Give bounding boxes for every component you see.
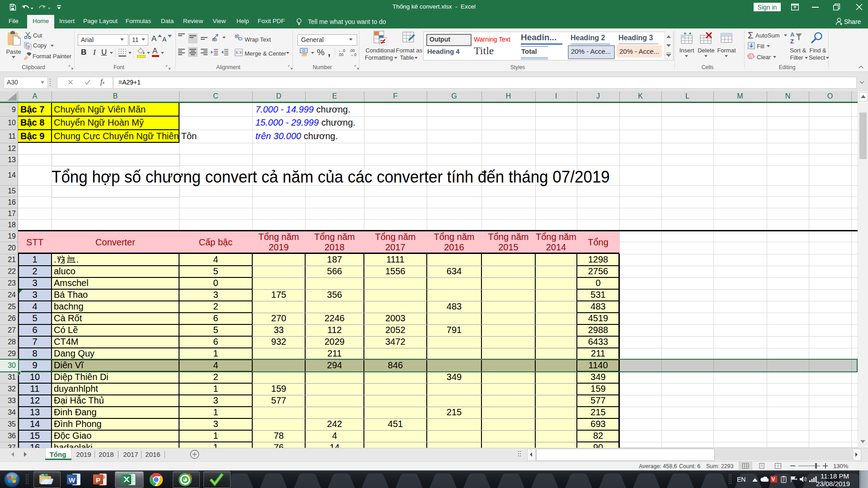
svg-text:ab: ab (212, 37, 217, 42)
svg-text:Z: Z (790, 38, 794, 45)
svg-text:W: W (69, 476, 75, 484)
svg-text:P: P (96, 476, 100, 484)
svg-text:ab: ab (235, 33, 239, 38)
svg-text:A: A (790, 32, 795, 38)
svg-text:→.0: →.0 (349, 52, 357, 56)
svg-text:.00: .00 (338, 52, 344, 56)
